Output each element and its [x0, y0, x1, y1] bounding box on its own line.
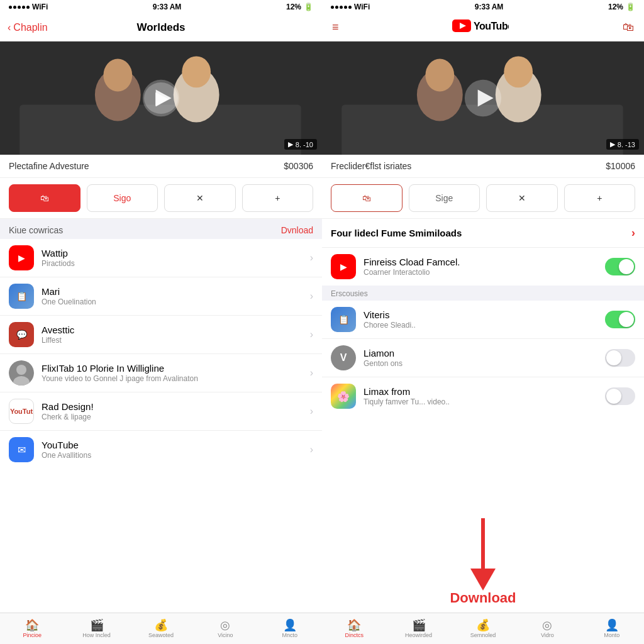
- tab-heowirded[interactable]: 🎬 Heowirded: [386, 613, 450, 644]
- left-nav-bar: ‹ Chaplin Worldeds: [0, 14, 322, 42]
- signal-dots: [9, 6, 30, 9]
- flixtab-name: FlixITab 10 Plorie In Willigline: [42, 363, 310, 374]
- list-item-rad-design[interactable]: YouTut Rad Design! Cherk & lipage ›: [0, 392, 322, 431]
- right-battery-percent: 12%: [608, 3, 623, 11]
- dvnload-link[interactable]: Dvnload: [281, 225, 313, 235]
- tab-how-incled-label: How Incled: [82, 632, 111, 638]
- tab-how-incled-icon: 🎬: [90, 619, 104, 631]
- right-badge-text: 8. -13: [618, 141, 635, 148]
- liamon-name: Liamon: [364, 348, 605, 358]
- x-icon: ✕: [196, 193, 204, 203]
- right-video-price: $10006: [606, 161, 635, 171]
- rad-design-name: Rad Design!: [42, 401, 310, 412]
- left-time: 9:33 AM: [153, 3, 182, 11]
- tab-pincioe[interactable]: 🏠 Pincioe: [0, 613, 64, 644]
- wattip-sub: Piractiods: [42, 259, 310, 268]
- tab-vidro-icon: ◎: [542, 619, 552, 631]
- list-item-mari[interactable]: 📋 Mari One Ouelination ›: [0, 277, 322, 316]
- left-status-bar: WiFi 9:33 AM 12% 🔋: [0, 0, 322, 14]
- right-plus-button[interactable]: +: [564, 184, 636, 212]
- badge-text: 8. -10: [296, 141, 313, 148]
- viteris-icon: 📋: [331, 307, 356, 332]
- viteris-sub: Choree Sleadi..: [364, 321, 605, 330]
- youtube-list-name: YouTube: [42, 440, 310, 450]
- badge-arrow-icon: ▶: [288, 140, 293, 148]
- liamon-icon: V: [331, 345, 356, 370]
- tab-heowirded-icon: 🎬: [412, 619, 426, 631]
- left-video-info: Plectafine Advesture $00306: [0, 155, 322, 178]
- rad-design-sub: Cherk & lipage: [42, 413, 310, 421]
- rad-design-icon: YouTut: [9, 399, 34, 424]
- left-video-badge: ▶ 8. -10: [284, 139, 317, 150]
- right-bag-button[interactable]: 🛍: [331, 184, 402, 212]
- tab-how-incled[interactable]: 🎬 How Incled: [64, 613, 128, 644]
- left-tab-bar: 🏠 Pincioe 🎬 How Incled 💰 Seawoted ◎ Vici…: [0, 613, 322, 644]
- liamon-toggle-knob: [606, 350, 621, 365]
- tab-mncto[interactable]: 👤 Mncto: [258, 613, 322, 644]
- page-title: Worldeds: [136, 21, 185, 34]
- tab-vidro[interactable]: ◎ Vidro: [515, 613, 579, 644]
- tab-monto-icon: 👤: [605, 619, 619, 631]
- svg-marker-7: [156, 89, 172, 106]
- flixtab-sub: Youne video to Gonnel J ipage from Avali…: [42, 374, 310, 383]
- viteris-toggle[interactable]: [605, 311, 635, 328]
- cart-icon[interactable]: 🛍: [623, 21, 634, 34]
- tab-monto-label: Monto: [604, 632, 619, 638]
- list-item-flixtab[interactable]: FlixITab 10 Plorie In Willigline Youne v…: [0, 354, 322, 392]
- tab-monto[interactable]: 👤 Monto: [580, 613, 644, 644]
- list-item-youtube[interactable]: ✉ YouTube One Avallitions ›: [0, 431, 322, 469]
- right-time: 9:33 AM: [475, 3, 504, 11]
- wattip-chevron-icon: ›: [310, 252, 313, 264]
- limax-toggle[interactable]: [605, 387, 635, 405]
- list-item-viteris[interactable]: 📋 Viteris Choree Sleadi..: [322, 301, 644, 339]
- limax-icon: 🌸: [331, 384, 356, 409]
- tab-semnoled-label: Semnoled: [470, 632, 496, 638]
- section-label: Kiue cowricas: [9, 225, 63, 235]
- yt-nav-bar: ≡ YouTube 🛍: [322, 14, 644, 42]
- bag-button[interactable]: 🛍: [9, 184, 80, 212]
- right-erscousies-list: 📋 Viteris Choree Sleadi.. V Liamon Gento…: [322, 301, 644, 613]
- tab-seawoted[interactable]: 💰 Seawoted: [129, 613, 193, 644]
- left-video-thumb[interactable]: ▶ 8. -10: [0, 42, 322, 155]
- tab-heowirded-label: Heowirded: [405, 632, 432, 638]
- right-badge-arrow-icon: ▶: [610, 140, 615, 148]
- x-button[interactable]: ✕: [164, 184, 236, 212]
- youtube-list-chevron-icon: ›: [310, 444, 313, 455]
- erscousies-label: Erscousies: [331, 289, 368, 298]
- left-action-buttons: 🛍 Sigo ✕ +: [0, 178, 322, 219]
- mari-text: Mari One Ouelination: [42, 286, 310, 306]
- liamon-toggle[interactable]: [605, 349, 635, 367]
- hamburger-menu-icon[interactable]: ≡: [332, 21, 339, 34]
- youtube-list-sub: One Avallitions: [42, 451, 310, 460]
- viteris-toggle-knob: [619, 312, 634, 327]
- list-item-finreiss[interactable]: ▶ Finreiss Cload Famcel. Coarner Interac…: [322, 248, 644, 286]
- list-item-limax[interactable]: 🌸 Limax from Tiquly famver Tu... video..: [322, 377, 644, 415]
- tab-vicino-icon: ◎: [220, 619, 230, 631]
- right-video-thumb[interactable]: ▶ 8. -13: [322, 42, 644, 155]
- tab-semnoled[interactable]: 💰 Semnoled: [451, 613, 515, 644]
- list-item-wattip[interactable]: ▶ Wattip Piractiods ›: [0, 239, 322, 277]
- list-item-liamon[interactable]: V Liamon Genton ons: [322, 339, 644, 377]
- right-phone: WiFi 9:33 AM 12% 🔋 ≡ YouTube 🛍: [322, 0, 644, 644]
- tab-vicino[interactable]: ◎ Vicino: [193, 613, 257, 644]
- viteris-name: Viteris: [364, 309, 605, 320]
- avesttic-sub: Liffest: [42, 336, 310, 345]
- right-video-title: Freclider€flst isriates: [331, 161, 411, 171]
- right-x-button[interactable]: ✕: [486, 184, 558, 212]
- left-status-right: 12% 🔋: [286, 3, 313, 11]
- right-wifi-icon: WiFi: [354, 3, 370, 11]
- finreiss-toggle[interactable]: [605, 258, 635, 275]
- youtube-list-icon: ✉: [9, 437, 34, 462]
- tab-dinctcs[interactable]: 🏠 Dinctcs: [322, 613, 386, 644]
- bag-icon: 🛍: [40, 193, 49, 203]
- section-link-row[interactable]: Four lidecl Fume Smimiloads ›: [322, 219, 644, 248]
- back-button[interactable]: ‹ Chaplin: [8, 22, 48, 33]
- right-status-left: WiFi: [331, 3, 370, 11]
- plus-button[interactable]: +: [242, 184, 314, 212]
- plus-icon: +: [275, 193, 280, 203]
- right-video-info: Freclider€flst isriates $10006: [322, 155, 644, 178]
- list-item-avesttic[interactable]: 💬 Avesttic Liffest ›: [0, 316, 322, 354]
- right-sige-button[interactable]: Sige: [409, 184, 480, 212]
- sigo-button[interactable]: Sigo: [87, 184, 158, 212]
- finreiss-sub: Coarner Interactolio: [364, 268, 605, 277]
